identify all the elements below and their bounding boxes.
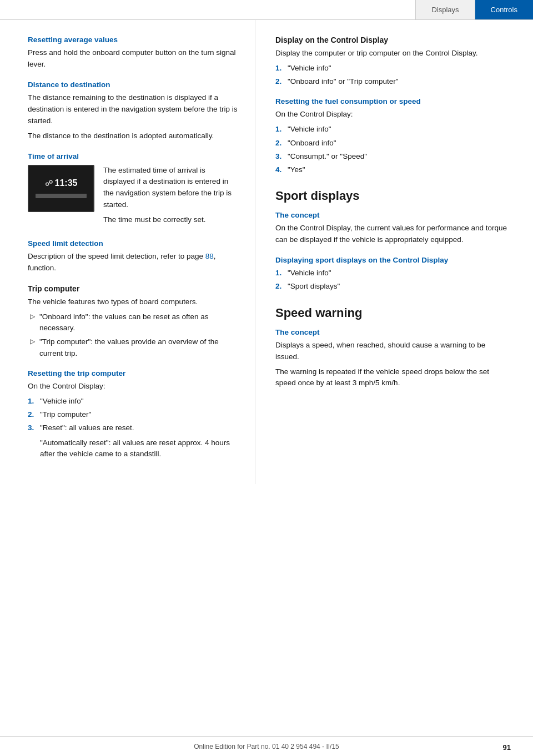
list-num-3: 3. [28, 422, 40, 434]
para-trip-computer: The vehicle features two types of board … [28, 296, 238, 308]
section-displaying-sport: Displaying sport displays on the Control… [275, 256, 511, 293]
content-area: Resetting average values Press and hold … [0, 20, 533, 484]
heading-displaying-sport: Displaying sport displays on the Control… [275, 256, 511, 264]
arrival-bar [36, 194, 87, 198]
para-distance-1: The distance remaining to the destinatio… [28, 92, 238, 127]
heading-trip-computer: Trip computer [28, 284, 238, 293]
list-num-4: 4. [275, 164, 288, 175]
bullet-onboard-info: ▷ "Onboard info": the values can be rese… [28, 311, 238, 334]
list-item: 1. "Vehicle info" [275, 268, 511, 279]
resetting-trip-list: 1. "Vehicle info" 2. "Trip computer" 3. … [28, 396, 238, 434]
list-item: 3. "Reset": all values are reset. [28, 422, 238, 434]
arrival-para-1: The estimated time of arrival is display… [103, 165, 238, 211]
tab-controls-label: Controls [491, 6, 517, 14]
heading-concept-2: The concept [275, 328, 511, 336]
arrival-time-display: ☍ 11:35 [45, 178, 78, 188]
list-item: 4. "Yes" [275, 164, 511, 175]
heading-speed-warning: Speed warning [275, 306, 511, 320]
heading-resetting-trip: Resetting the trip computer [28, 369, 238, 377]
list-num-3: 3. [275, 151, 288, 162]
list-text-1: "Vehicle info" [288, 63, 331, 74]
list-num-2: 2. [275, 281, 288, 292]
heading-sport-displays: Sport displays [275, 189, 511, 203]
arrival-container: ☍ 11:35 The estimated time of arrival is… [28, 165, 238, 230]
arrival-time-value: 11:35 [55, 178, 78, 188]
list-item: 2. "Sport displays" [275, 281, 511, 292]
list-num-2: 2. [275, 138, 288, 149]
bullet-arrow-2: ▷ [30, 337, 35, 345]
header-tabs: Displays Controls [415, 0, 533, 19]
section-the-concept: The concept On the Control Display, the … [275, 211, 511, 246]
list-text-3: "Reset": all values are reset. [40, 422, 134, 434]
heading-display-control: Display on the Control Display [275, 36, 511, 44]
list-num-2: 2. [28, 409, 40, 420]
list-text-4: "Yes" [288, 164, 305, 175]
bullet-arrow-1: ▷ [30, 313, 35, 320]
list-num-1: 1. [275, 124, 288, 135]
section-sport-displays: Sport displays [275, 189, 511, 203]
list-num-1: 1. [275, 268, 288, 279]
arrival-image: ☍ 11:35 [28, 165, 94, 212]
list-text-2: "Sport displays" [288, 281, 340, 292]
list-item: 3. "Consumpt." or "Speed" [275, 151, 511, 162]
list-text-2: "Onboard info" [288, 138, 336, 149]
left-column: Resetting average values Press and hold … [0, 20, 255, 484]
tab-controls[interactable]: Controls [475, 0, 533, 19]
list-item: 2. "Trip computer" [28, 409, 238, 420]
heading-distance: Distance to destination [28, 80, 238, 89]
para-speed-limit: Description of the speed limit detection… [28, 251, 238, 274]
section-resetting-avg: Resetting average values Press and hold … [28, 36, 238, 70]
clock-icon: ☍ [45, 179, 53, 188]
para-display-control: Display the computer or trip computer on… [275, 48, 511, 59]
list-text-1: "Vehicle info" [288, 268, 331, 279]
section-time-arrival: Time of arrival ☍ 11:35 The estimated ti… [28, 152, 238, 230]
displaying-sport-list: 1. "Vehicle info" 2. "Sport displays" [275, 268, 511, 293]
list-num-2: 2. [275, 76, 288, 87]
section-resetting-fuel: Resetting the fuel consumption or speed … [275, 97, 511, 175]
list-text-3: "Consumpt." or "Speed" [288, 151, 367, 162]
para-resetting-fuel-intro: On the Control Display: [275, 109, 511, 120]
resetting-trip-sub: "Automatically reset": all values are re… [28, 437, 238, 460]
para-concept-2-2: The warning is repeated if the vehicle s… [275, 366, 511, 390]
bullet-text-1: "Onboard info": the values can be reset … [39, 311, 238, 334]
tab-displays[interactable]: Displays [415, 0, 474, 19]
para-concept-2-1: Displays a speed, when reached, should c… [275, 340, 511, 363]
list-item: 2. "Onboard info" [275, 138, 511, 149]
heading-resetting-fuel: Resetting the fuel consumption or speed [275, 97, 511, 105]
section-speed-warning: Speed warning [275, 306, 511, 320]
section-display-control: Display on the Control Display Display t… [275, 36, 511, 87]
bullet-trip-computer: ▷ "Trip computer": the values provide an… [28, 336, 238, 359]
list-item: 2. "Onboard info" or "Trip computer" [275, 76, 511, 87]
page-number: 91 [503, 743, 511, 752]
bullet-text-2: "Trip computer": the values provide an o… [39, 336, 238, 359]
section-speed-limit: Speed limit detection Description of the… [28, 239, 238, 274]
list-text-2: "Trip computer" [40, 409, 91, 420]
tab-displays-label: Displays [431, 6, 459, 14]
list-item: 1. "Vehicle info" [275, 124, 511, 135]
list-num-1: 1. [28, 396, 40, 407]
para-the-concept: On the Control Display, the current valu… [275, 223, 511, 246]
list-num-1: 1. [275, 63, 288, 74]
page-footer: Online Edition for Part no. 01 40 2 954 … [0, 736, 533, 756]
heading-speed-limit: Speed limit detection [28, 239, 238, 248]
section-trip-computer: Trip computer The vehicle features two t… [28, 284, 238, 359]
heading-resetting-avg: Resetting average values [28, 36, 238, 44]
list-text-1: "Vehicle info" [288, 124, 331, 135]
right-column: Display on the Control Display Display t… [255, 20, 533, 484]
list-item: 1. "Vehicle info" [28, 396, 238, 407]
section-resetting-trip: Resetting the trip computer On the Contr… [28, 369, 238, 460]
para-resetting-trip-intro: On the Control Display: [28, 381, 238, 392]
page-header: Displays Controls [0, 0, 533, 20]
display-control-list: 1. "Vehicle info" 2. "Onboard info" or "… [275, 63, 511, 88]
heading-time-arrival: Time of arrival [28, 152, 238, 160]
list-text-1: "Vehicle info" [40, 396, 84, 407]
list-item: 1. "Vehicle info" [275, 63, 511, 74]
para-resetting-avg: Press and hold the onboard computer butt… [28, 47, 238, 70]
resetting-fuel-list: 1. "Vehicle info" 2. "Onboard info" 3. "… [275, 124, 511, 175]
section-concept-2: The concept Displays a speed, when reach… [275, 328, 511, 390]
link-page-88[interactable]: 88 [205, 252, 214, 260]
arrival-description: The estimated time of arrival is display… [103, 165, 238, 230]
para-distance-2: The distance to the destination is adopt… [28, 130, 238, 142]
list-text-2: "Onboard info" or "Trip computer" [288, 76, 399, 87]
footer-text: Online Edition for Part no. 01 40 2 954 … [194, 743, 339, 750]
